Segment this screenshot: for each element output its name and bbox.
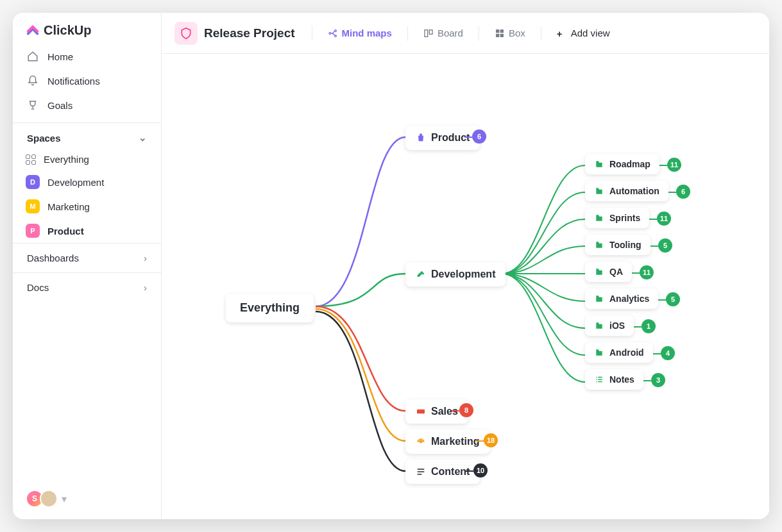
svg-point-1 xyxy=(334,29,336,31)
chevron-right-icon: › xyxy=(144,253,147,263)
node-dev-child[interactable]: Automation xyxy=(585,181,668,201)
space-badge: P xyxy=(26,224,40,238)
folder-icon xyxy=(594,267,604,277)
count-badge: 11 xyxy=(657,212,671,226)
list-icon xyxy=(416,467,426,477)
sidebar-item-development[interactable]: D Development xyxy=(13,170,161,194)
toolbar: Release Project Mind maps Board Box + Ad… xyxy=(162,13,769,54)
svg-rect-6 xyxy=(500,29,504,33)
avatar[interactable] xyxy=(40,490,58,508)
sidebar-item-product[interactable]: P Product xyxy=(13,219,161,243)
mindmap-icon xyxy=(328,28,338,38)
app-name: ClickUp xyxy=(44,23,91,38)
bell-icon xyxy=(27,75,38,87)
box-icon xyxy=(495,28,505,38)
page-title: Release Project xyxy=(204,26,295,40)
sidebar-docs[interactable]: Docs › xyxy=(13,272,161,302)
spaces-header[interactable]: Spaces ⌄ xyxy=(13,122,161,149)
folder-icon xyxy=(594,347,604,358)
node-product[interactable]: Product xyxy=(405,126,480,150)
count-badge: 1 xyxy=(642,319,656,333)
svg-rect-8 xyxy=(500,33,504,37)
count-badge: 11 xyxy=(640,265,654,279)
node-content[interactable]: Content xyxy=(405,460,480,484)
folder-icon xyxy=(594,374,604,385)
count-badge: 10 xyxy=(473,463,488,478)
folder-icon xyxy=(594,213,604,223)
node-development[interactable]: Development xyxy=(405,262,506,287)
svg-point-0 xyxy=(329,32,331,34)
view-mindmaps[interactable]: Mind maps xyxy=(324,25,396,41)
node-dev-child[interactable]: Notes xyxy=(585,369,643,390)
logo-icon xyxy=(26,24,40,38)
count-badge: 8 xyxy=(459,403,473,417)
node-dev-child[interactable]: Analytics xyxy=(585,288,658,309)
view-box[interactable]: Box xyxy=(491,25,529,41)
view-board[interactable]: Board xyxy=(420,25,467,41)
count-badge: 18 xyxy=(484,433,498,447)
count-badge: 6 xyxy=(472,129,486,144)
count-badge: 3 xyxy=(651,373,665,387)
home-icon xyxy=(27,51,38,62)
add-view-button[interactable]: + Add view xyxy=(553,25,614,41)
svg-rect-9 xyxy=(417,410,425,414)
node-dev-child[interactable]: Tooling xyxy=(585,235,650,255)
mindmap-canvas[interactable]: Everything Product 6 Development Sales 8 xyxy=(162,54,769,519)
folder-icon xyxy=(594,294,604,304)
space-badge: M xyxy=(26,199,40,213)
svg-rect-3 xyxy=(425,29,428,37)
folder-icon xyxy=(594,186,604,196)
svg-point-10 xyxy=(420,442,421,443)
sidebar-dashboards[interactable]: Dashboards › xyxy=(13,243,161,272)
folder-icon xyxy=(594,240,604,250)
node-dev-child[interactable]: iOS xyxy=(585,315,634,336)
count-badge: 4 xyxy=(661,346,675,360)
nav-goals[interactable]: Goals xyxy=(13,93,161,117)
node-dev-child[interactable]: Android xyxy=(585,342,653,363)
sidebar-item-everything[interactable]: Everything xyxy=(13,149,161,170)
board-icon xyxy=(423,28,434,38)
trophy-icon xyxy=(27,99,38,111)
count-badge: 5 xyxy=(666,292,680,306)
sidebar-footer: S ▾ xyxy=(13,478,161,519)
node-sales[interactable]: Sales xyxy=(405,399,468,424)
node-root[interactable]: Everything xyxy=(226,294,314,322)
count-badge: 11 xyxy=(667,158,681,172)
chevron-down-icon: ⌄ xyxy=(139,132,147,144)
node-dev-child[interactable]: Roadmap xyxy=(585,154,659,174)
broadcast-icon xyxy=(416,436,426,447)
ticket-icon xyxy=(416,406,426,417)
bag-icon xyxy=(416,133,426,143)
count-badge: 6 xyxy=(676,185,690,199)
project-icon xyxy=(174,22,198,45)
svg-rect-5 xyxy=(496,29,499,33)
sidebar: ClickUp Home Notifications Goals Spaces … xyxy=(13,13,162,519)
folder-icon xyxy=(594,159,604,169)
nav-notifications[interactable]: Notifications xyxy=(13,69,161,93)
node-dev-child[interactable]: QA xyxy=(585,262,632,282)
app-window: ClickUp Home Notifications Goals Spaces … xyxy=(13,13,769,519)
svg-point-2 xyxy=(334,35,336,37)
count-badge: 5 xyxy=(658,238,672,253)
svg-rect-7 xyxy=(496,33,499,37)
chevron-right-icon: › xyxy=(144,282,147,293)
caret-down-icon[interactable]: ▾ xyxy=(62,493,67,505)
space-badge: D xyxy=(26,175,40,189)
plus-icon: + xyxy=(557,28,567,38)
hammer-icon xyxy=(416,269,426,279)
nav-home[interactable]: Home xyxy=(13,44,161,69)
logo[interactable]: ClickUp xyxy=(13,13,161,44)
node-marketing[interactable]: Marketing xyxy=(405,429,490,454)
folder-icon xyxy=(594,320,604,331)
node-dev-child[interactable]: Sprints xyxy=(585,208,649,228)
sidebar-item-marketing[interactable]: M Marketing xyxy=(13,194,161,219)
grid-icon xyxy=(26,154,36,165)
svg-rect-4 xyxy=(429,29,432,34)
main: Release Project Mind maps Board Box + Ad… xyxy=(162,13,769,519)
